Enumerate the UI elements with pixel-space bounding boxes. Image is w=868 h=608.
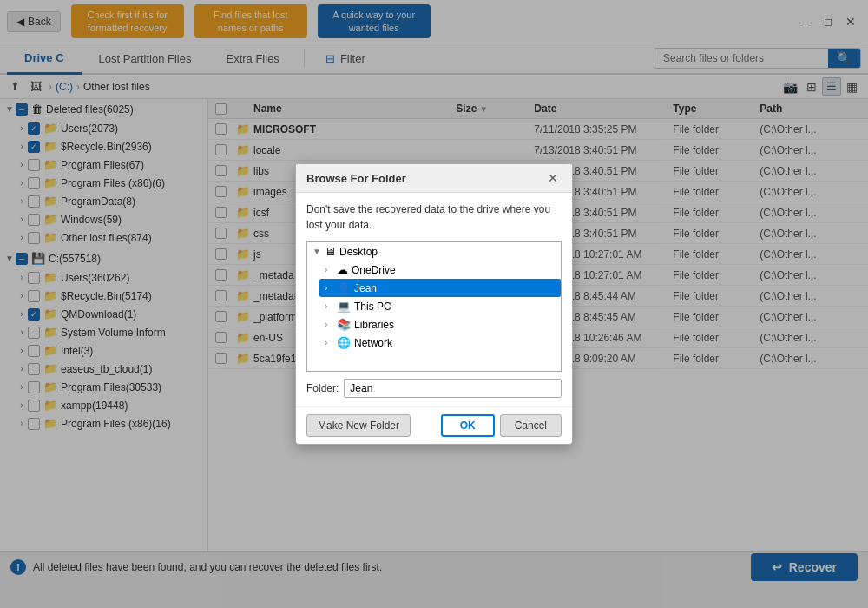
cancel-button[interactable]: Cancel bbox=[500, 414, 562, 437]
dialog-buttons: Make New Folder OK Cancel bbox=[296, 406, 572, 444]
dialog-warning-text: Don't save the recovered data to the dri… bbox=[306, 202, 562, 233]
ft-label-thispc: This PC bbox=[354, 301, 556, 313]
folder-tree: ▼ 🖥 Desktop › ☁ OneDrive › 👤 Jean bbox=[306, 241, 562, 372]
ft-toggle-onedrive-icon: › bbox=[325, 265, 337, 274]
ft-item-libraries[interactable]: › 📚 Libraries bbox=[319, 315, 561, 334]
folder-input-row: Folder: bbox=[306, 379, 562, 398]
make-new-folder-button[interactable]: Make New Folder bbox=[306, 414, 411, 437]
ft-label-desktop: Desktop bbox=[339, 246, 556, 258]
ft-toggle-thispc-icon: › bbox=[325, 301, 337, 311]
ok-button[interactable]: OK bbox=[441, 414, 495, 437]
ft-icon-desktop: 🖥 bbox=[325, 245, 336, 258]
ft-label-network: Network bbox=[354, 337, 556, 349]
dialog-body: Don't save the recovered data to the dri… bbox=[296, 193, 572, 406]
ft-icon-onedrive: ☁ bbox=[337, 263, 348, 276]
browse-dialog: Browse For Folder ✕ Don't save the recov… bbox=[295, 163, 573, 445]
dialog-close-button[interactable]: ✕ bbox=[544, 171, 562, 185]
ft-item-onedrive[interactable]: › ☁ OneDrive bbox=[319, 261, 561, 279]
ft-icon-thispc: 💻 bbox=[337, 300, 351, 313]
ft-toggle-libraries-icon: › bbox=[325, 320, 337, 329]
ft-toggle-network-icon: › bbox=[325, 338, 337, 347]
dialog-title-bar: Browse For Folder ✕ bbox=[296, 164, 572, 193]
dialog-title-text: Browse For Folder bbox=[306, 172, 406, 185]
ft-icon-jean: 👤 bbox=[337, 281, 351, 294]
ft-item-thispc[interactable]: › 💻 This PC bbox=[319, 297, 561, 315]
folder-input[interactable] bbox=[344, 379, 562, 398]
ft-item-desktop[interactable]: ▼ 🖥 Desktop bbox=[307, 242, 561, 261]
ft-item-network[interactable]: › 🌐 Network bbox=[319, 334, 561, 352]
ft-label-libraries: Libraries bbox=[354, 319, 556, 331]
ft-icon-network: 🌐 bbox=[337, 336, 351, 349]
dialog-overlay: Browse For Folder ✕ Don't save the recov… bbox=[0, 0, 868, 608]
ft-item-jean[interactable]: › 👤 Jean bbox=[319, 279, 561, 297]
ft-toggle-desktop-icon: ▼ bbox=[312, 247, 325, 256]
folder-label: Folder: bbox=[306, 382, 339, 394]
ft-toggle-jean-icon: › bbox=[325, 283, 337, 293]
ft-label-onedrive: OneDrive bbox=[352, 264, 556, 276]
ft-label-jean: Jean bbox=[354, 282, 556, 294]
ft-icon-libraries: 📚 bbox=[337, 318, 351, 331]
